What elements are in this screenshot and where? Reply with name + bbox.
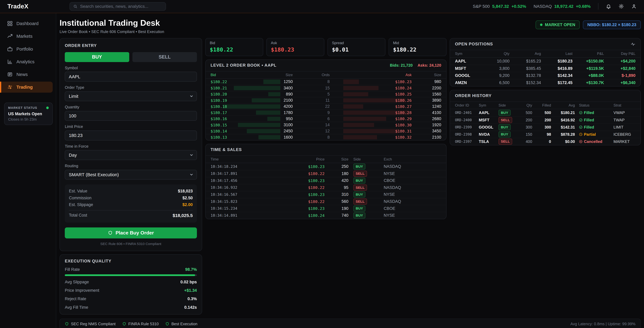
user-icon	[631, 4, 637, 9]
order-book-row[interactable]: $180.208905$180.251560	[206, 91, 446, 97]
market-status-value: US Markets Open	[8, 112, 49, 116]
gear-icon	[618, 4, 624, 9]
position-row[interactable]: AAPL10,000$165.23$180.23+$150.0K+$4,200	[450, 58, 640, 65]
settings-button[interactable]	[618, 4, 624, 9]
position-day-pnl: $-1,890	[604, 73, 636, 78]
sidebar-item-dashboard[interactable]: Dashboard	[0, 18, 53, 29]
order-book-row[interactable]: $180.1717809$180.284100	[206, 109, 446, 116]
place-buy-order-button[interactable]: Place Buy Order	[65, 227, 197, 238]
sidebar-item-analytics[interactable]: Analytics	[0, 56, 53, 67]
order-avg-price: $180.21	[551, 111, 575, 115]
position-pnl: +$150.0K	[572, 59, 604, 64]
spread-stat-value: $0.01	[332, 46, 381, 53]
quantity-label: Quantity	[65, 105, 197, 109]
position-row[interactable]: MSFT3,800$385.45$416.89+$119.5K+$2,840	[450, 65, 640, 72]
side-badge: SELL	[498, 117, 512, 123]
total-cost-label: Total Cost	[69, 213, 87, 218]
sidebar-item-label: Dashboard	[16, 21, 38, 26]
side-badge: SELL	[354, 198, 367, 204]
bid-stat-box: Bid$180.22	[205, 38, 263, 56]
positions-column: OPEN POSITIONS Sym Qty Avg Last P&L Day …	[450, 38, 641, 145]
market-column: Bid$180.22 Ask$180.23 Spread$0.01 Mid$18…	[205, 38, 446, 219]
bid-price: $180.22	[210, 79, 237, 84]
clock-icon	[579, 133, 582, 136]
market-open-badge: MARKET OPEN	[536, 20, 580, 29]
ask-size: 3890	[412, 98, 441, 103]
position-avg: $152.34	[510, 80, 541, 85]
trade-time: 10:34:15.823	[210, 199, 284, 204]
order-history-row: ORD-2401AAPLBUY500500$180.21FilledVWAP	[450, 109, 640, 116]
ticker-change: +0.68%	[576, 4, 590, 9]
order-strategy: VWAP	[610, 111, 636, 115]
trading-app: TradeX S&P 500 5,847.32 +0.52% NASDAQ 18…	[0, 0, 644, 328]
activity-icon	[630, 42, 636, 47]
position-last: $142.34	[541, 73, 572, 78]
search-icon	[73, 4, 78, 9]
search-input[interactable]	[80, 4, 162, 9]
bid-stat-value: $180.22	[210, 46, 259, 53]
sidebar-item-trading[interactable]: Trading	[0, 82, 53, 93]
ticker-nasdaq: NASDAQ 18,972.42 +0.68%	[534, 4, 591, 9]
order-id: ORD-2397	[455, 140, 479, 144]
time-sales-column-headers: Time Price Size Side Exch	[206, 156, 446, 163]
routing-label: Routing	[65, 164, 197, 168]
position-row[interactable]: GOOGL9,200$132.78$142.34+$88.0K$-1,890	[450, 72, 640, 79]
order-count: 15	[293, 86, 330, 90]
time-sales-row: 10:34:16.567$180.23310BUYNYSE	[206, 191, 446, 198]
trade-time: 10:34:15.234	[210, 206, 284, 211]
sidebar-item-label: Portfolio	[16, 46, 33, 52]
position-day-pnl: +$6,340	[604, 80, 636, 85]
order-book-row[interactable]: $180.15310014$180.301920	[206, 122, 446, 128]
order-book-row[interactable]: $180.1316008$180.322100	[206, 134, 446, 140]
order-filled: 98	[532, 132, 551, 137]
bid-size: 3100	[237, 123, 293, 127]
order-book-row[interactable]: $180.14245012$180.313450	[206, 128, 446, 134]
bid-size: 890	[237, 92, 293, 97]
order-entry-title: ORDER ENTRY	[65, 43, 197, 48]
time-sales-row: 10:34:18.234$180.23250BUYNASDAQ	[206, 163, 446, 170]
limit-price-field[interactable]	[65, 131, 197, 140]
trade-size: 740	[324, 213, 348, 218]
global-search[interactable]	[70, 2, 166, 11]
order-book-row[interactable]: $180.169506$180.292680	[206, 116, 446, 122]
order-history-row: ORD-2397TSLASELL4000$0.00CancelledMARKET	[450, 138, 640, 145]
sidebar-item-markets[interactable]: Markets	[0, 31, 53, 42]
order-book-row[interactable]: $180.2212508$180.23980	[206, 79, 446, 85]
trade-time: 10:34:14.891	[210, 213, 284, 218]
sell-tab[interactable]: SELL	[132, 52, 197, 62]
avg-slippage-value: 0.02 bps	[180, 280, 197, 284]
order-entry-column: ORDER ENTRY BUY SELL Symbol Order Type L…	[60, 38, 202, 315]
symbol-field[interactable]	[65, 72, 197, 81]
position-day-pnl: +$4,200	[604, 59, 636, 64]
est-value: $18,023	[178, 189, 193, 193]
notifications-button[interactable]	[606, 4, 611, 9]
sidebar-item-news[interactable]: News	[0, 69, 53, 80]
compliance-footer: SEC Reg NMS Compliant FINRA Rule 5310 Be…	[60, 319, 641, 328]
position-symbol: AMZN	[455, 80, 478, 85]
position-row[interactable]: AMZN6,500$152.34$172.45+$130.7K+$6,340	[450, 79, 640, 86]
order-avg-price: $142.31	[551, 125, 575, 130]
order-book-row[interactable]: $180.18420022$180.271240	[206, 103, 446, 109]
position-pnl: +$88.0K	[572, 73, 604, 78]
bid-size: 1600	[237, 135, 293, 140]
trade-size: 420	[324, 178, 348, 183]
trade-exchange: NYSE	[375, 192, 441, 197]
time-in-force-select[interactable]: Day	[65, 150, 197, 160]
order-count: 6	[293, 117, 330, 121]
ask-size: 4100	[412, 110, 441, 115]
order-book-row[interactable]: $180.19210011$180.263890	[206, 97, 446, 103]
time-sales-panel: TIME & SALES Time Price Size Side Exch 1…	[205, 144, 446, 219]
order-type-select[interactable]: Limit	[65, 91, 197, 101]
mid-stat-value: $180.22	[393, 46, 442, 53]
order-count: 22	[293, 104, 330, 109]
buy-tab[interactable]: BUY	[65, 52, 129, 62]
order-book-row[interactable]: $180.21340015$180.242200	[206, 85, 446, 91]
sidebar-item-portfolio[interactable]: Portfolio	[0, 43, 53, 54]
routing-select[interactable]: SMART (Best Execution)	[65, 170, 197, 179]
profile-button[interactable]	[631, 4, 637, 9]
trending-up-icon	[7, 33, 13, 39]
side-badge: BUY	[354, 164, 366, 169]
quantity-field[interactable]	[65, 111, 197, 121]
ask-price: $180.25	[330, 92, 412, 96]
position-symbol: AAPL	[455, 59, 478, 64]
